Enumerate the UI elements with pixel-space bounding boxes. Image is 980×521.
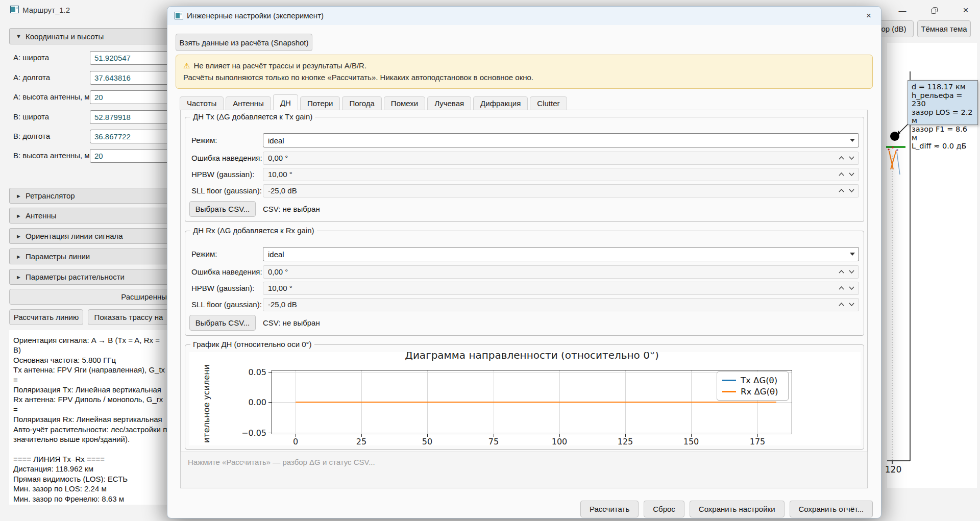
main-window-title: Маршрут_1.2 (22, 6, 70, 14)
chevron-down-icon[interactable] (849, 156, 854, 160)
section-coords[interactable]: ▼ Координаты и высоты (9, 28, 168, 44)
tab-poteri[interactable]: Потери (300, 96, 340, 110)
tab-dn[interactable]: ДН (273, 94, 298, 110)
rx-hpbw-value: 10,00 ° (268, 284, 292, 292)
tx-mode-combobox[interactable]: ideal (263, 133, 859, 147)
y-tick-label: 0.05 (238, 367, 266, 377)
legend-entry-tx: Tx ΔG(θ) (722, 376, 783, 385)
a-lon-input[interactable] (90, 71, 170, 85)
section-orientation[interactable]: ► Ориентация линии сигнала (9, 228, 168, 244)
rx-hpbw-spinbox[interactable]: 10,00 ° (263, 282, 859, 295)
calculate-button[interactable]: Рассчитать (580, 501, 639, 517)
chevron-up-icon[interactable] (839, 286, 844, 290)
dn-chart: Диаграмма направленности (относительно 0… (189, 352, 861, 445)
chevron-up-icon[interactable] (839, 303, 844, 306)
b-lon-input[interactable] (90, 130, 170, 143)
tab-luchevaya[interactable]: Лучевая (427, 96, 471, 110)
tx-legend-label: Tx ΔG(θ) (741, 376, 777, 385)
rx-pointing-error-value: 0,00 ° (268, 267, 288, 276)
rx-legend-swatch (722, 391, 736, 392)
dark-theme-button[interactable]: Тёмная тема (917, 20, 971, 37)
app-icon (10, 6, 19, 13)
rx-mode-label: Режим: (191, 250, 217, 258)
tab-chastoty[interactable]: Частоты (180, 96, 224, 110)
result-text-area[interactable]: Ориентация сигнала: A → B (Tx = A, Rx = … (9, 330, 167, 505)
a-height-input[interactable] (90, 90, 170, 104)
tab-clutter[interactable]: Clutter (530, 96, 567, 110)
dn-chart-group-title: График ДН (относительно оси 0°) (190, 340, 314, 349)
advanced-button[interactable]: Расширенны (9, 289, 168, 305)
chevron-down-icon[interactable] (849, 270, 854, 274)
tx-mode-label: Режим: (191, 136, 217, 144)
x-tick-label: 175 (747, 437, 768, 445)
rx-mode-value: ideal (268, 250, 284, 259)
chevron-up-icon[interactable] (839, 270, 844, 274)
tab-difraktsiya[interactable]: Дифракция (473, 96, 528, 110)
tx-hpbw-spinbox[interactable]: 10,00 ° (263, 168, 859, 181)
tx-sll-label: SLL floor (gaussian): (191, 186, 262, 195)
dialog-footer: Рассчитать Сброс Сохранить настройки Сох… (580, 501, 873, 517)
maximize-button[interactable] (922, 2, 946, 18)
tab-pomekhi[interactable]: Помехи (384, 96, 425, 110)
rx-mode-combobox[interactable]: ideal (263, 247, 859, 261)
tab-antenny[interactable]: Антенны (226, 96, 271, 110)
rx-pointing-error-spinbox[interactable]: 0,00 ° (263, 265, 859, 279)
tab-pogoda[interactable]: Погода (342, 96, 381, 110)
x-tick-label: 50 (417, 437, 437, 445)
section-line-params-label: Параметры линии (26, 252, 90, 261)
b-height-input[interactable] (90, 149, 170, 163)
dn-chart-group: График ДН (относительно оси 0°) Диаграмм… (185, 344, 864, 450)
section-vegetation[interactable]: ► Параметры растительности (9, 269, 168, 285)
calc-line-button[interactable]: Рассчитать линию (9, 309, 83, 325)
dn-tx-group: ДН Tx (ΔG добавляется к Tx gain) Режим: … (185, 117, 864, 222)
dialog-icon (175, 12, 183, 19)
tx-pointing-error-label: Ошибка наведения: (191, 154, 262, 162)
dialog-close-button[interactable]: × (861, 9, 877, 22)
section-antennas[interactable]: ► Антенны (9, 208, 168, 224)
save-settings-button[interactable]: Сохранить настройки (690, 501, 785, 517)
save-report-button[interactable]: Сохранить отчёт... (790, 501, 873, 517)
chevron-up-icon[interactable] (839, 156, 844, 160)
show-route-button[interactable]: Показать трассу на (88, 309, 169, 325)
section-antennas-label: Антенны (26, 211, 57, 220)
tx-hpbw-value: 10,00 ° (268, 170, 292, 179)
tx-csv-status: CSV: не выбран (263, 205, 320, 213)
triangle-right-icon: ► (16, 254, 21, 260)
tx-pointing-error-value: 0,00 ° (268, 154, 288, 162)
reset-button[interactable]: Сброс (644, 501, 684, 517)
x-tick-label: 150 (681, 437, 701, 445)
section-line-params[interactable]: ► Параметры линии (9, 249, 168, 264)
warning-line2: Расчёты выполняются только по кнопке «Ра… (183, 71, 865, 83)
a-lat-input[interactable] (90, 51, 170, 65)
rx-sll-label: SLL floor (gaussian): (191, 300, 262, 309)
chevron-up-icon[interactable] (839, 189, 844, 192)
tx-sll-spinbox[interactable]: -25,0 dB (263, 184, 859, 197)
chart-y-axis-label: ительное усилени (202, 352, 211, 443)
minimize-button[interactable]: — (891, 2, 914, 18)
triangle-right-icon: ► (16, 274, 21, 280)
chevron-down-icon[interactable] (849, 172, 854, 176)
dropdown-arrow-icon (850, 253, 855, 256)
b-lat-input[interactable] (90, 110, 170, 124)
rx-csv-status: CSV: не выбран (263, 318, 320, 327)
legend-entry-rx: Rx ΔG(θ) (722, 387, 783, 396)
close-window-button[interactable]: × (954, 2, 977, 18)
restore-icon (930, 7, 938, 14)
chevron-up-icon[interactable] (839, 172, 844, 176)
tx-pointing-error-spinbox[interactable]: 0,00 ° (263, 152, 859, 165)
chevron-down-icon[interactable] (849, 303, 854, 306)
rx-sll-spinbox[interactable]: -25,0 dB (263, 298, 859, 311)
chevron-down-icon[interactable] (849, 286, 854, 290)
section-retranslator[interactable]: ► Ретранслятор (9, 188, 168, 204)
chevron-down-icon[interactable] (849, 189, 854, 192)
triangle-right-icon: ► (16, 213, 21, 219)
section-orientation-label: Ориентация линии сигнала (26, 232, 123, 240)
snapshot-button[interactable]: Взять данные из расчёта (Snapshot) (176, 34, 312, 51)
field-label-b-height: В: высота антенны, м (13, 151, 90, 160)
tx-choose-csv-button[interactable]: Выбрать CSV... (189, 201, 256, 217)
field-label-a-height: А: высота антенны, м (13, 92, 90, 101)
dn-tx-group-title: ДН Tx (ΔG добавляется к Tx gain) (190, 112, 315, 121)
tab-bar: Частоты Антенны ДН Потери Погода Помехи … (180, 94, 567, 110)
rx-choose-csv-button[interactable]: Выбрать CSV... (189, 315, 256, 331)
status-text-area[interactable]: Нажмите «Рассчитать» — разбор ΔG и стату… (180, 452, 868, 487)
